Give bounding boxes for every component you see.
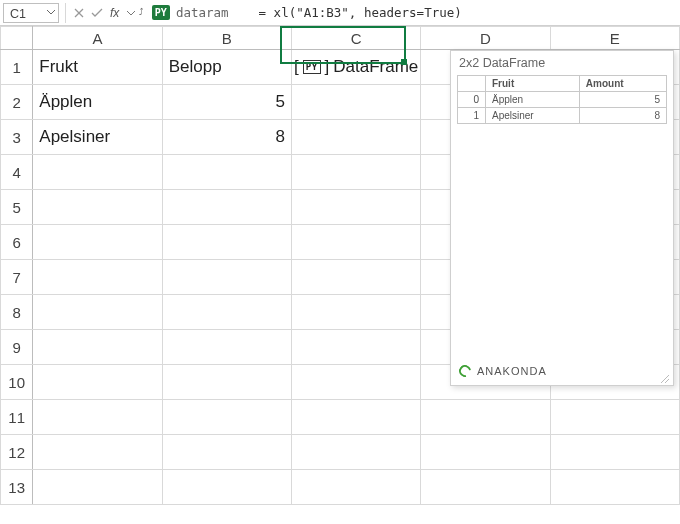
preview-table: Fruit Amount 0 Äpplen 5 1 Apelsiner 8 xyxy=(457,75,667,124)
cell-A11[interactable] xyxy=(33,400,162,435)
cell-A10[interactable] xyxy=(33,365,162,400)
cell-B6[interactable] xyxy=(162,225,291,260)
preview-col-header: Amount xyxy=(579,76,666,92)
preview-cell: 5 xyxy=(579,92,666,108)
row-header-1[interactable]: 1 xyxy=(1,50,33,85)
chevron-down-icon[interactable] xyxy=(47,10,55,16)
cell-A5[interactable] xyxy=(33,190,162,225)
cell-C12[interactable] xyxy=(291,435,420,470)
preview-index-header xyxy=(458,76,486,92)
cell-C2[interactable] xyxy=(291,85,420,120)
cell-value: 8 xyxy=(163,127,291,147)
cell-A12[interactable] xyxy=(33,435,162,470)
col-header-E[interactable]: E xyxy=(550,27,679,50)
cell-C10[interactable] xyxy=(291,365,420,400)
preview-index: 0 xyxy=(458,92,486,108)
cell-B12[interactable] xyxy=(162,435,291,470)
cell-B9[interactable] xyxy=(162,330,291,365)
formula-bar: C1 fx ⤴ PY dataram = xl("A1:B3", headers… xyxy=(0,0,680,26)
cell-C1[interactable]: [PY] DataFrame xyxy=(291,50,420,85)
cell-B5[interactable] xyxy=(162,190,291,225)
cell-C4[interactable] xyxy=(291,155,420,190)
bracket-icon: [ xyxy=(294,57,299,77)
cell-C8[interactable] xyxy=(291,295,420,330)
fx-icon[interactable]: fx xyxy=(110,6,119,20)
col-header-C[interactable]: C xyxy=(291,27,420,50)
cell-A9[interactable] xyxy=(33,330,162,365)
row-header-3[interactable]: 3 xyxy=(1,120,33,155)
cell-C9[interactable] xyxy=(291,330,420,365)
row-header-12[interactable]: 12 xyxy=(1,435,33,470)
dataframe-label: DataFrame xyxy=(333,57,418,77)
dataframe-preview-card: 2x2 DataFrame Fruit Amount 0 Äpplen 5 1 … xyxy=(450,50,674,386)
cell-A6[interactable] xyxy=(33,225,162,260)
svg-line-2 xyxy=(661,375,669,383)
card-footer: ANAKONDA xyxy=(451,359,673,385)
cell-B1[interactable]: Belopp xyxy=(162,50,291,85)
confirm-icon[interactable] xyxy=(90,6,104,20)
cancel-icon[interactable] xyxy=(72,6,86,20)
cell-B7[interactable] xyxy=(162,260,291,295)
cell-A2[interactable]: Äpplen xyxy=(33,85,162,120)
cell-B10[interactable] xyxy=(162,365,291,400)
cell-value: Belopp xyxy=(163,57,291,77)
select-all-corner[interactable] xyxy=(1,27,33,50)
cell-E11[interactable] xyxy=(550,400,679,435)
row-header-4[interactable]: 4 xyxy=(1,155,33,190)
cell-C3[interactable] xyxy=(291,120,420,155)
cell-B8[interactable] xyxy=(162,295,291,330)
cell-D12[interactable] xyxy=(421,435,550,470)
preview-col-header: Fruit xyxy=(486,76,580,92)
col-header-B[interactable]: B xyxy=(162,27,291,50)
col-header-A[interactable]: A xyxy=(33,27,162,50)
resize-grip-icon[interactable] xyxy=(661,373,669,381)
variable-name: dataram xyxy=(176,5,229,20)
cell-B3[interactable]: 8 xyxy=(162,120,291,155)
cell-A7[interactable] xyxy=(33,260,162,295)
cell-B11[interactable] xyxy=(162,400,291,435)
cell-C7[interactable] xyxy=(291,260,420,295)
cell-B2[interactable]: 5 xyxy=(162,85,291,120)
cell-A8[interactable] xyxy=(33,295,162,330)
row-header-13[interactable]: 13 xyxy=(1,470,33,505)
python-token-icon: PY xyxy=(303,60,321,74)
formula-input[interactable]: = xl("A1:B3", headers=True) xyxy=(259,5,462,20)
cell-C6[interactable] xyxy=(291,225,420,260)
name-box[interactable]: C1 xyxy=(3,3,59,23)
cell-D13[interactable] xyxy=(421,470,550,505)
col-header-D[interactable]: D xyxy=(421,27,550,50)
row-header-9[interactable]: 9 xyxy=(1,330,33,365)
row-header-7[interactable]: 7 xyxy=(1,260,33,295)
bracket-icon: ] xyxy=(325,57,330,77)
svg-line-3 xyxy=(665,379,669,383)
cell-C5[interactable] xyxy=(291,190,420,225)
row-header-5[interactable]: 5 xyxy=(1,190,33,225)
row-header-2[interactable]: 2 xyxy=(1,85,33,120)
anaconda-icon xyxy=(457,363,474,380)
row-header-8[interactable]: 8 xyxy=(1,295,33,330)
cell-A1[interactable]: Frukt xyxy=(33,50,162,85)
cell-C13[interactable] xyxy=(291,470,420,505)
cell-A3[interactable]: Apelsiner xyxy=(33,120,162,155)
cell-value: Frukt xyxy=(33,57,161,77)
cell-D11[interactable] xyxy=(421,400,550,435)
spreadsheet[interactable]: A B C D E 1 Frukt Belopp [PY] DataFrame xyxy=(0,26,680,524)
preview-cell: Apelsiner xyxy=(486,108,580,124)
python-badge-icon: PY xyxy=(152,5,170,20)
preview-cell: Äpplen xyxy=(486,92,580,108)
cell-E12[interactable] xyxy=(550,435,679,470)
name-box-value: C1 xyxy=(10,7,26,21)
preview-row: 1 Apelsiner 8 xyxy=(458,108,667,124)
cell-B4[interactable] xyxy=(162,155,291,190)
row-header-10[interactable]: 10 xyxy=(1,365,33,400)
cell-E13[interactable] xyxy=(550,470,679,505)
row-header-11[interactable]: 11 xyxy=(1,400,33,435)
cell-A4[interactable] xyxy=(33,155,162,190)
row-header-6[interactable]: 6 xyxy=(1,225,33,260)
cell-value: 5 xyxy=(163,92,291,112)
dataframe-cell: [PY] DataFrame xyxy=(292,57,420,77)
cell-A13[interactable] xyxy=(33,470,162,505)
dropdown-icon[interactable]: ⤴ xyxy=(127,6,143,20)
cell-B13[interactable] xyxy=(162,470,291,505)
cell-C11[interactable] xyxy=(291,400,420,435)
